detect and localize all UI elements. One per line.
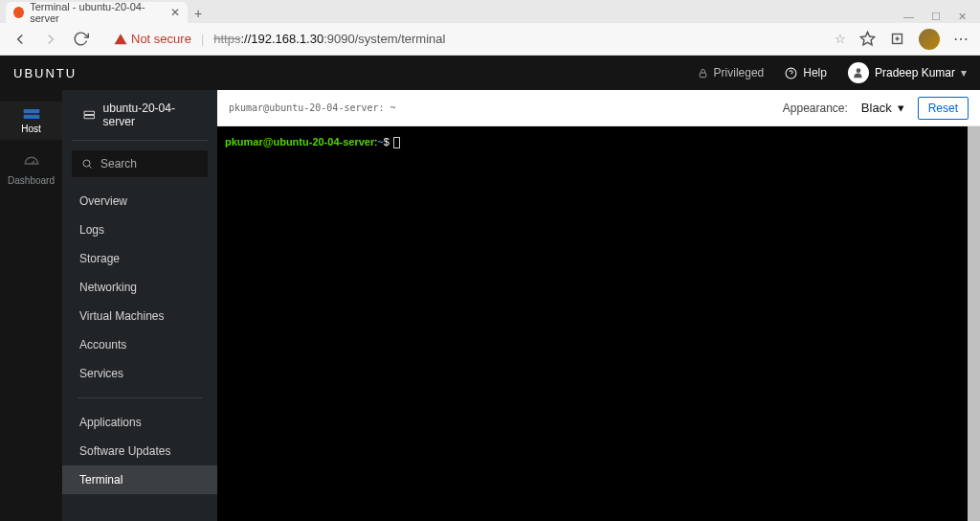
privileged-toggle[interactable]: Privileged: [698, 66, 765, 79]
help-button[interactable]: Help: [785, 66, 827, 79]
help-icon: [785, 67, 797, 79]
cursor: [393, 137, 400, 148]
close-window-icon[interactable]: ✕: [958, 11, 967, 23]
left-navigation: Host Dashboard: [0, 90, 62, 521]
new-tab-button[interactable]: +: [188, 4, 209, 23]
reload-button[interactable]: [73, 31, 89, 47]
terminal-title: pkumar@ubuntu-20-04-server: ~: [229, 102, 396, 113]
back-button[interactable]: [11, 31, 29, 48]
svg-point-13: [83, 160, 90, 167]
search-input[interactable]: Search: [72, 150, 208, 177]
appearance-label: Appearance:: [783, 102, 848, 115]
address-bar[interactable]: Not secure | https://192.168.1.30:9090/s…: [102, 32, 846, 46]
cockpit-header: UBUNTU Privileged Help Pradeep Kumar ▾: [0, 56, 980, 90]
maximize-icon[interactable]: ☐: [931, 11, 941, 23]
sidebar-item-overview[interactable]: Overview: [62, 187, 217, 215]
appearance-select[interactable]: Black ▾: [858, 97, 908, 119]
close-icon[interactable]: ✕: [170, 6, 180, 19]
sidebar-item-virtual-machines[interactable]: Virtual Machines: [62, 302, 217, 330]
leftbar-dashboard[interactable]: Dashboard: [0, 149, 62, 192]
window-controls: — ☐ ✕: [890, 11, 980, 23]
browser-toolbar: Not secure | https://192.168.1.30:9090/s…: [0, 23, 980, 56]
svg-marker-0: [860, 32, 874, 44]
chevron-down-icon: ▾: [961, 66, 967, 79]
svg-rect-4: [700, 73, 705, 78]
svg-line-14: [89, 166, 91, 168]
warning-icon: [114, 33, 127, 46]
sidebar: ubuntu-20-04-server Search Overview Logs…: [62, 90, 217, 521]
terminal-line: pkumar@ubuntu-20-04-server:~$: [225, 136, 972, 148]
svg-point-7: [857, 68, 861, 73]
brand-label: UBUNTU: [13, 66, 77, 80]
terminal-viewport[interactable]: pkumar@ubuntu-20-04-server:~$: [217, 126, 980, 521]
sidebar-item-storage[interactable]: Storage: [62, 244, 217, 273]
browser-tab-strip: Terminal - ubuntu-20-04-server ✕ + — ☐ ✕: [0, 0, 980, 23]
svg-rect-11: [84, 111, 94, 114]
svg-rect-12: [84, 116, 94, 119]
search-icon: [81, 158, 93, 170]
scrollbar[interactable]: [968, 126, 980, 521]
svg-rect-9: [23, 115, 39, 119]
collections-icon[interactable]: [889, 31, 905, 47]
bookmark-outline-icon[interactable]: ☆: [835, 32, 846, 46]
chevron-down-icon: ▾: [898, 101, 904, 115]
sidebar-item-networking[interactable]: Networking: [62, 273, 217, 302]
sidebar-item-logs[interactable]: Logs: [62, 215, 217, 244]
sidebar-item-software-updates[interactable]: Software Updates: [62, 437, 217, 465]
divider: |: [201, 32, 204, 46]
user-menu[interactable]: Pradeep Kumar ▾: [848, 62, 967, 83]
host-icon: [83, 109, 96, 121]
url-text: https://192.168.1.30:9090/system/termina…: [213, 32, 445, 46]
content-area: pkumar@ubuntu-20-04-server: ~ Appearance…: [217, 90, 980, 521]
server-icon: [22, 107, 41, 121]
tab-title: Terminal - ubuntu-20-04-server: [30, 1, 165, 24]
favorites-icon[interactable]: [859, 31, 876, 47]
sidebar-hostname[interactable]: ubuntu-20-04-server: [72, 90, 208, 141]
ubuntu-favicon: [13, 7, 24, 18]
reset-button[interactable]: Reset: [918, 97, 969, 120]
user-avatar-icon: [848, 62, 869, 83]
sidebar-item-applications[interactable]: Applications: [62, 408, 217, 437]
browser-tab[interactable]: Terminal - ubuntu-20-04-server ✕: [6, 2, 188, 23]
sidebar-item-services[interactable]: Services: [62, 359, 217, 388]
sidebar-divider: [78, 397, 202, 398]
more-icon[interactable]: ⋯: [953, 30, 969, 48]
forward-button[interactable]: [42, 31, 59, 48]
gauge-icon: [23, 155, 40, 172]
content-toolbar: pkumar@ubuntu-20-04-server: ~ Appearance…: [217, 90, 980, 126]
profile-avatar[interactable]: [919, 29, 940, 50]
sidebar-item-accounts[interactable]: Accounts: [62, 330, 217, 359]
sidebar-menu: Overview Logs Storage Networking Virtual…: [62, 187, 217, 494]
svg-rect-8: [23, 109, 39, 113]
lock-icon: [698, 68, 708, 79]
sidebar-item-terminal[interactable]: Terminal: [62, 465, 217, 494]
security-warning: Not secure: [114, 32, 191, 46]
leftbar-host[interactable]: Host: [0, 102, 62, 140]
minimize-icon[interactable]: —: [903, 11, 914, 23]
